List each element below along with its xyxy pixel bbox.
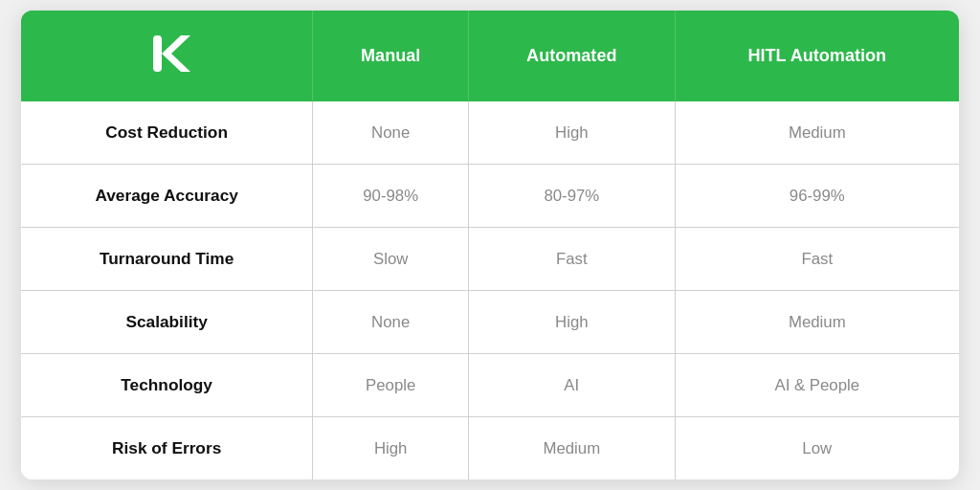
row-5-hitl: Low	[675, 417, 959, 480]
row-5-manual: High	[313, 417, 469, 480]
header-manual: Manual	[313, 11, 469, 101]
svg-marker-2	[162, 54, 190, 72]
row-0-manual: None	[313, 101, 469, 165]
row-3-hitl: Medium	[675, 291, 959, 354]
row-5-automated: Medium	[469, 417, 675, 480]
header-automated: Automated	[469, 11, 675, 101]
row-1-automated: 80-97%	[469, 165, 675, 228]
row-4-manual: People	[313, 354, 469, 417]
row-4-hitl: AI & People	[675, 354, 959, 417]
row-0-hitl: Medium	[675, 101, 959, 165]
row-label-5: Risk of Errors	[21, 417, 313, 480]
svg-marker-1	[162, 35, 190, 54]
row-2-automated: Fast	[469, 228, 675, 291]
row-1-hitl: 96-99%	[675, 165, 959, 228]
row-label-1: Average Accuracy	[21, 165, 313, 228]
row-3-automated: High	[469, 291, 675, 354]
header-hitl: HITL Automation	[675, 11, 959, 101]
comparison-table-wrapper: Manual Automated HITL Automation Cost Re…	[21, 11, 959, 479]
row-0-automated: High	[469, 101, 675, 165]
row-label-0: Cost Reduction	[21, 101, 313, 165]
row-2-hitl: Fast	[675, 228, 959, 291]
svg-rect-0	[153, 35, 162, 72]
table-row: Cost ReductionNoneHighMedium	[21, 101, 959, 165]
logo-cell	[21, 11, 313, 101]
comparison-table: Manual Automated HITL Automation Cost Re…	[21, 11, 959, 479]
row-1-manual: 90-98%	[313, 165, 469, 228]
row-label-4: Technology	[21, 354, 313, 417]
row-4-automated: AI	[469, 354, 675, 417]
klippa-logo-icon	[141, 28, 192, 79]
row-label-3: Scalability	[21, 291, 313, 354]
table-row: Risk of ErrorsHighMediumLow	[21, 417, 959, 480]
table-row: ScalabilityNoneHighMedium	[21, 291, 959, 354]
table-row: TechnologyPeopleAIAI & People	[21, 354, 959, 417]
table-row: Turnaround TimeSlowFastFast	[21, 228, 959, 291]
table-row: Average Accuracy90-98%80-97%96-99%	[21, 165, 959, 228]
row-3-manual: None	[313, 291, 469, 354]
row-label-2: Turnaround Time	[21, 228, 313, 291]
row-2-manual: Slow	[313, 228, 469, 291]
